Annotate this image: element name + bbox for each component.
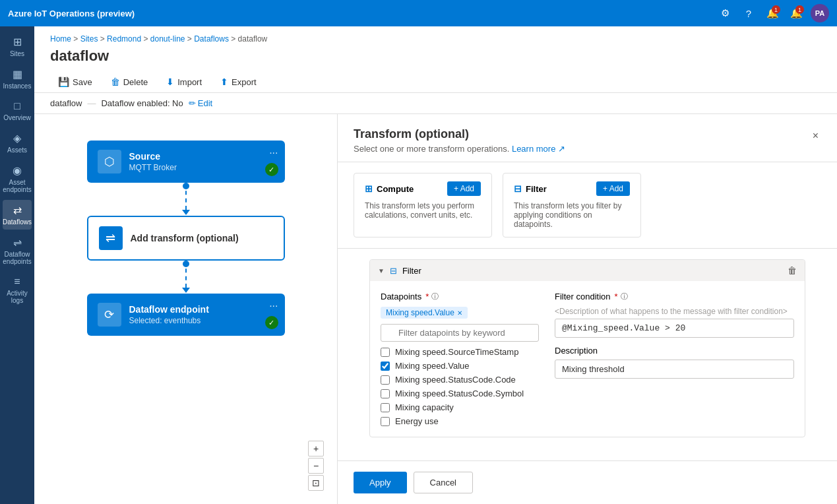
sidebar-item-label: Overview	[3, 114, 31, 121]
breadcrumb-home[interactable]: Home	[50, 34, 71, 44]
checkbox-label-6[interactable]: Energy use	[395, 416, 439, 426]
sidebar-item-overview[interactable]: □ Overview	[3, 96, 32, 125]
source-node-title: Source	[129, 151, 274, 162]
checkbox-label-3[interactable]: Mixing speed.StatusCode.Code	[395, 375, 516, 385]
search-wrap	[381, 324, 539, 342]
compute-add-button[interactable]: + Add	[447, 181, 481, 196]
transform-node-info: Add transform (optional)	[131, 233, 273, 243]
checkbox-mixing-statuscode-code[interactable]	[381, 375, 390, 385]
filter-card: ⊟ Filter + Add This transform lets you f…	[503, 173, 641, 237]
connector-arrow	[182, 210, 190, 215]
overview-icon: □	[14, 100, 20, 112]
source-node-menu[interactable]: ···	[269, 147, 278, 159]
checkbox-mixing-value[interactable]	[381, 362, 390, 371]
dataflow-endpoints-icon: ⇌	[13, 236, 22, 249]
breadcrumb-dataflows[interactable]: Dataflows	[194, 34, 229, 44]
datapoints-search-input[interactable]	[381, 324, 539, 342]
condition-column: Filter condition * ⓘ <Description of wha…	[555, 292, 794, 426]
help-icon[interactable]: ?	[739, 4, 758, 22]
endpoint-node[interactable]: ⟳ Dataflow endpoint Selected: eventhubs …	[87, 294, 285, 336]
checkbox-mixing-capacity[interactable]	[381, 403, 390, 412]
breadcrumb-donut-line[interactable]: donut-line	[150, 34, 185, 44]
source-node-icon: ⬡	[98, 150, 121, 173]
transform-node-icon: ⇌	[99, 226, 123, 250]
dataflows-icon: ⇄	[13, 204, 22, 216]
bell-icon[interactable]: 🔔 1	[787, 4, 805, 22]
chevron-icon[interactable]: ▼	[378, 267, 385, 274]
source-node-subtitle: MQTT Broker	[129, 163, 274, 172]
compute-card: ⊞ Compute + Add This transform lets you …	[354, 173, 492, 237]
connector-dot-top-2	[183, 261, 189, 267]
sidebar-item-label: Dataflows	[3, 218, 32, 226]
breadcrumb-sites[interactable]: Sites	[80, 34, 98, 44]
export-button[interactable]: ⬆ Export	[212, 73, 264, 92]
save-button[interactable]: 💾 Save	[50, 73, 100, 92]
app-layout: ⊞ Sites ▦ Instances □ Overview ◈ Assets …	[0, 26, 837, 504]
checkbox-mixing-statuscode-symbol[interactable]	[381, 389, 390, 398]
datapoints-column: Datapoints * ⓘ Mixing speed.Value ✕	[381, 292, 539, 426]
zoom-in-button[interactable]: +	[308, 441, 324, 457]
source-node-info: Source MQTT Broker	[129, 151, 274, 172]
sidebar-item-activity-logs[interactable]: ≡ Activity logs	[3, 272, 32, 308]
sidebar-item-asset-endpoints[interactable]: ◉ Asset endpoints	[3, 160, 32, 197]
sidebar-item-dataflows[interactable]: ⇄ Dataflows	[3, 200, 32, 230]
sidebar-item-label: Sites	[10, 50, 24, 57]
sidebar-item-label: Asset endpoints	[3, 179, 31, 193]
transform-panel: Transform (optional) Select one or more …	[338, 114, 837, 504]
import-button[interactable]: ⬇ Import	[158, 73, 210, 92]
datapoints-info-icon: ⓘ	[431, 292, 439, 301]
filter-desc: This transform lets you filter by applyi…	[514, 201, 630, 229]
checkbox-energy-use[interactable]	[381, 417, 390, 426]
settings-icon[interactable]: ⚙	[716, 4, 734, 22]
sidebar-item-assets[interactable]: ◈ Assets	[3, 128, 32, 158]
breadcrumb-redmond[interactable]: Redmond	[107, 34, 141, 44]
sidebar-item-label: Activity logs	[5, 290, 29, 304]
filter-add-button[interactable]: + Add	[596, 181, 630, 196]
checkbox-mixing-source-timestamp[interactable]	[381, 348, 390, 357]
filter-section-header: ▼ ⊟ Filter 🗑	[370, 260, 805, 281]
delete-icon: 🗑	[111, 77, 120, 87]
filter-card-title: ⊟ Filter	[514, 183, 547, 194]
panel-close-button[interactable]: ×	[810, 127, 821, 144]
learn-more-link[interactable]: Learn more ↗	[512, 144, 565, 154]
assets-icon: ◈	[13, 132, 21, 144]
zoom-reset-button[interactable]: ⊡	[308, 475, 324, 491]
filter-card-header: ⊟ Filter + Add	[514, 181, 630, 196]
connector-2	[182, 261, 190, 294]
sidebar-item-instances[interactable]: ▦ Instances	[3, 64, 32, 94]
sidebar-item-label: Dataflow endpoints	[3, 251, 31, 265]
cancel-button[interactable]: Cancel	[414, 472, 473, 493]
checkbox-item-6: Energy use	[381, 416, 539, 426]
filter-body: Datapoints * ⓘ Mixing speed.Value ✕	[370, 281, 805, 437]
sidebar-item-sites[interactable]: ⊞ Sites	[3, 32, 32, 61]
sidebar-item-dataflow-endpoints[interactable]: ⇌ Dataflow endpoints	[3, 232, 32, 269]
transform-node[interactable]: ⇌ Add transform (optional)	[87, 216, 285, 261]
status-label: Dataflow enabled: No	[101, 98, 183, 108]
apply-button[interactable]: Apply	[354, 472, 407, 493]
zoom-out-button[interactable]: −	[308, 458, 324, 474]
panel-header-text: Transform (optional) Select one or more …	[354, 127, 565, 154]
filter-section-title: Filter	[402, 266, 421, 276]
edit-link[interactable]: ✏ Edit	[189, 98, 212, 108]
filter-header-left: ▼ ⊟ Filter	[378, 266, 421, 276]
compute-card-title: ⊞ Compute	[365, 183, 414, 194]
filter-delete-button[interactable]: 🗑	[788, 265, 797, 276]
condition-info-icon: ⓘ	[621, 292, 628, 301]
tag-remove-button[interactable]: ✕	[457, 309, 462, 317]
filter-condition-input[interactable]	[555, 319, 794, 338]
save-icon: 💾	[58, 77, 69, 87]
endpoint-node-icon: ⟳	[98, 303, 121, 327]
export-icon: ⬆	[220, 77, 228, 87]
checkbox-item-5: Mixing capacity	[381, 402, 539, 412]
notification-alert-icon[interactable]: 🔔 1	[763, 4, 782, 22]
delete-button[interactable]: 🗑 Delete	[103, 73, 156, 92]
description-input[interactable]	[555, 360, 794, 379]
checkbox-label-5[interactable]: Mixing capacity	[395, 402, 454, 412]
checkbox-label-2[interactable]: Mixing speed.Value	[395, 361, 470, 371]
checkbox-label-4[interactable]: Mixing speed.StatusCode.Symbol	[395, 389, 524, 398]
endpoint-node-menu[interactable]: ···	[269, 300, 278, 312]
user-avatar[interactable]: PA	[811, 4, 829, 22]
source-node[interactable]: ⬡ Source MQTT Broker ··· ✓	[87, 141, 285, 183]
endpoint-node-subtitle: Selected: eventhubs	[129, 316, 274, 325]
checkbox-label-1[interactable]: Mixing speed.SourceTimeStamp	[395, 347, 518, 357]
